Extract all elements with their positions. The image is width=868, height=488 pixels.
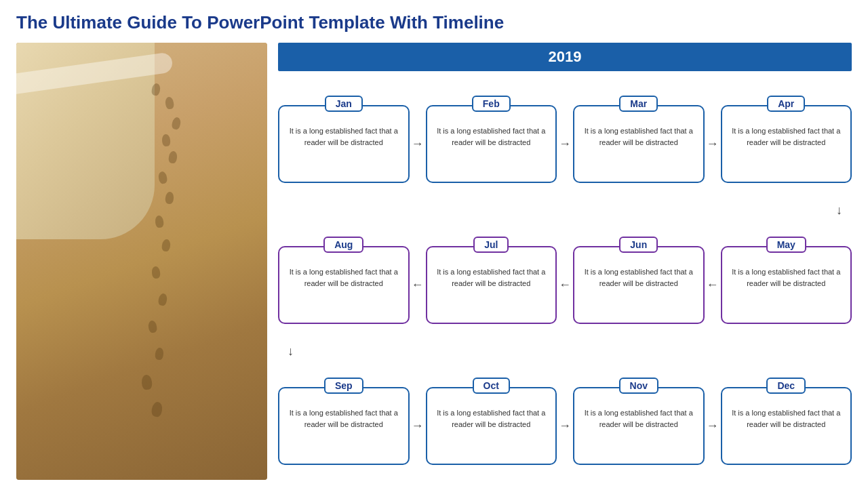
month-desc-feb: It is a long established fact that a rea… (427, 106, 556, 152)
month-card-nov: Nov It is a long established fact that a… (573, 387, 705, 465)
timeline-row-3: Sep It is a long established fact that a… (278, 372, 852, 480)
month-label-jan: Jan (325, 96, 363, 112)
footprint (148, 320, 158, 333)
month-box-jan: Jan It is a long established fact that a… (278, 105, 410, 183)
month-label-feb: Feb (472, 96, 511, 112)
month-box-jul: Jul It is a long established fact that a… (426, 246, 557, 324)
month-label-aug: Aug (323, 237, 363, 253)
footprint (155, 348, 164, 361)
content-area: 2019 Jan It is a long established fact t… (16, 43, 852, 480)
month-desc-nov: It is a long established fact that a rea… (574, 388, 703, 434)
month-box-oct: Oct It is a long established fact that a… (426, 387, 557, 465)
month-box-dec: Dec It is a long established fact that a… (721, 387, 852, 465)
month-card-mar: Mar It is a long established fact that a… (573, 105, 705, 183)
month-box-feb: Feb It is a long established fact that a… (426, 105, 557, 183)
arrow-jun-may (705, 278, 721, 292)
footprint (151, 401, 163, 418)
month-box-mar: Mar It is a long established fact that a… (573, 105, 705, 183)
month-desc-dec: It is a long established fact that a rea… (722, 388, 851, 434)
timeline-row-1: Jan It is a long established fact that a… (278, 90, 852, 198)
month-box-apr: Apr It is a long established fact that a… (721, 105, 852, 183)
month-card-feb: Feb It is a long established fact that a… (426, 105, 557, 183)
footprint (158, 171, 168, 184)
month-desc-aug: It is a long established fact that a rea… (279, 247, 408, 293)
month-label-oct: Oct (473, 378, 510, 394)
month-card-aug: Aug It is a long established fact that a… (278, 246, 410, 324)
month-label-jul: Jul (473, 237, 509, 253)
month-box-nov: Nov It is a long established fact that a… (573, 387, 705, 465)
footprint (168, 150, 178, 163)
arrow-mar-apr (705, 137, 721, 151)
month-card-jun: Jun It is a long established fact that a… (573, 246, 705, 324)
month-desc-may: It is a long established fact that a rea… (722, 247, 851, 293)
footprint (157, 293, 167, 306)
footprint (165, 192, 174, 205)
arrow-jul-jun (557, 278, 573, 292)
month-box-jun: Jun It is a long established fact that a… (573, 246, 705, 324)
timeline-row-2: Aug It is a long established fact that a… (278, 231, 852, 339)
month-card-jan: Jan It is a long established fact that a… (278, 105, 410, 183)
month-box-may: May It is a long established fact that a… (721, 246, 852, 324)
arrow-oct-nov (557, 419, 573, 433)
footprint (161, 134, 171, 147)
month-card-sep: Sep It is a long established fact that a… (278, 387, 410, 465)
month-desc-mar: It is a long established fact that a rea… (574, 106, 703, 152)
footprint (141, 375, 153, 390)
month-card-dec: Dec It is a long established fact that a… (721, 387, 852, 465)
footprint (161, 239, 172, 252)
page: The Ultimate Guide To PowerPoint Templat… (0, 0, 868, 488)
right-panel: 2019 Jan It is a long established fact t… (278, 43, 852, 480)
footprint (165, 96, 174, 109)
beach-image (16, 43, 267, 480)
arrow-sep-oct (410, 419, 426, 433)
month-card-oct: Oct It is a long established fact that a… (426, 387, 557, 465)
month-card-apr: Apr It is a long established fact that a… (721, 105, 852, 183)
month-label-sep: Sep (324, 378, 363, 394)
month-card-may: May It is a long established fact that a… (721, 246, 852, 324)
month-desc-oct: It is a long established fact that a rea… (427, 388, 556, 434)
arrow-jan-feb (410, 137, 426, 151)
month-label-mar: Mar (619, 96, 658, 112)
beach-scene (16, 43, 267, 480)
arrow-feb-mar (557, 137, 573, 151)
month-card-jul: Jul It is a long established fact that a… (426, 246, 557, 324)
month-box-aug: Aug It is a long established fact that a… (278, 246, 410, 324)
month-label-may: May (766, 237, 806, 253)
footprint (171, 117, 181, 130)
month-box-sep: Sep It is a long established fact that a… (278, 387, 410, 465)
month-desc-jan: It is a long established fact that a rea… (279, 106, 408, 152)
page-title: The Ultimate Guide To PowerPoint Templat… (16, 12, 852, 33)
arrow-apr-may: ↓ (278, 203, 852, 218)
footprint (155, 216, 164, 228)
month-desc-apr: It is a long established fact that a rea… (722, 106, 851, 152)
arrow-aug-jul (410, 278, 426, 292)
month-desc-sep: It is a long established fact that a rea… (279, 388, 408, 434)
year-header: 2019 (278, 43, 852, 71)
arrow-nov-dec (705, 419, 721, 433)
month-desc-jun: It is a long established fact that a rea… (574, 247, 703, 293)
arrow-aug-sep: ↓ (278, 344, 852, 359)
timeline-grid: Jan It is a long established fact that a… (278, 77, 852, 480)
month-label-nov: Nov (619, 378, 658, 394)
month-label-apr: Apr (767, 96, 805, 112)
footprint (151, 266, 161, 279)
month-label-jun: Jun (619, 237, 658, 253)
month-label-dec: Dec (766, 378, 806, 394)
month-desc-jul: It is a long established fact that a rea… (427, 247, 556, 293)
